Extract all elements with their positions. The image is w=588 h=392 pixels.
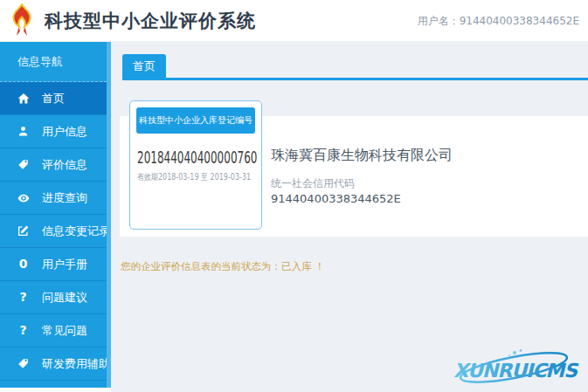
- user-icon: [17, 125, 30, 138]
- sidebar-item-label: 信息变更记录: [42, 224, 110, 239]
- tag-icon: [17, 357, 30, 370]
- sidebar-item-label: 常见问题: [42, 323, 87, 339]
- sidebar-item-label: 问题建议: [42, 290, 87, 306]
- sidebar-item-label: 评价信息: [42, 157, 87, 173]
- zero-icon: 0: [17, 258, 30, 271]
- sidebar: 信息导航 首页 用户信息 评价信息: [0, 42, 111, 388]
- home-icon: [17, 92, 30, 105]
- status-message: 您的企业评价信息表的当前状态为：已入库 ！: [121, 260, 325, 273]
- credit-code-label: 统一社会信用代码: [271, 176, 355, 191]
- sidebar-item-faq[interactable]: ? 常见问题: [0, 314, 107, 347]
- sidebar-item-label: 首页: [42, 91, 65, 107]
- tab-underline: [122, 78, 588, 80]
- company-name: 珠海冀百康生物科技有限公司: [271, 147, 453, 165]
- sidebar-item-label: 用户手册: [42, 257, 87, 272]
- user-info: 用户名：91440400338344652E: [418, 0, 579, 42]
- xunruicms-logo-text: XUNRUICMS: [453, 360, 579, 382]
- registration-card: 科技型中小企业入库登记编号 201844040400000760 有效期2018…: [129, 100, 262, 230]
- username-label: 用户名：: [418, 15, 460, 27]
- sidebar-item-user-info[interactable]: 用户信息: [0, 115, 107, 148]
- sidebar-nav-title: 信息导航: [0, 42, 107, 82]
- tag-icon: [17, 158, 30, 171]
- sidebar-item-user-manual[interactable]: 0 用户手册: [0, 248, 107, 281]
- credit-code-value: 91440400338344652E: [271, 192, 401, 205]
- sidebar-item-evaluation-info[interactable]: 评价信息: [0, 148, 107, 182]
- tab-home-label: 首页: [133, 59, 156, 72]
- registration-number: 201844040400000760: [137, 148, 257, 167]
- main-content: 首页 科技型中小企业入库登记编号 201844040400000760 有效期2…: [111, 42, 588, 392]
- tab-home[interactable]: 首页: [122, 54, 166, 79]
- xunruicms-logo[interactable]: XUNRUICMS: [439, 347, 579, 389]
- sidebar-item-change-records[interactable]: 信息变更记录: [0, 215, 107, 248]
- eye-icon: [17, 191, 30, 204]
- registration-badge-button[interactable]: 科技型中小企业入库登记编号: [136, 107, 255, 134]
- sidebar-item-label: 用户信息: [42, 124, 87, 140]
- sidebar-item-label: 进度查询: [42, 190, 87, 206]
- question-icon: ?: [17, 324, 30, 337]
- app-logo-flame-icon: [7, 3, 37, 38]
- sidebar-item-feedback[interactable]: ? 问题建议: [0, 281, 107, 314]
- sidebar-item-progress-query[interactable]: 进度查询: [0, 182, 107, 215]
- username-value: 91440400338344652E: [460, 15, 579, 27]
- sidebar-item-rd-expense-ledger[interactable]: 研发费用辅助账: [0, 347, 107, 381]
- page-title: 科技型中小企业评价系统: [45, 9, 256, 33]
- sidebar-menu: 首页 用户信息 评价信息 进度查询: [0, 82, 111, 381]
- question-icon: ?: [17, 291, 30, 304]
- edit-icon: [17, 224, 30, 237]
- registration-validity: 有效期2018-03-19 至 2019-03-31: [137, 171, 251, 183]
- app-window: 科技型中小企业评价系统 用户名：91440400338344652E 信息导航 …: [0, 0, 588, 392]
- sidebar-item-home[interactable]: 首页: [0, 82, 107, 115]
- app-header: 科技型中小企业评价系统 用户名：91440400338344652E: [0, 0, 588, 42]
